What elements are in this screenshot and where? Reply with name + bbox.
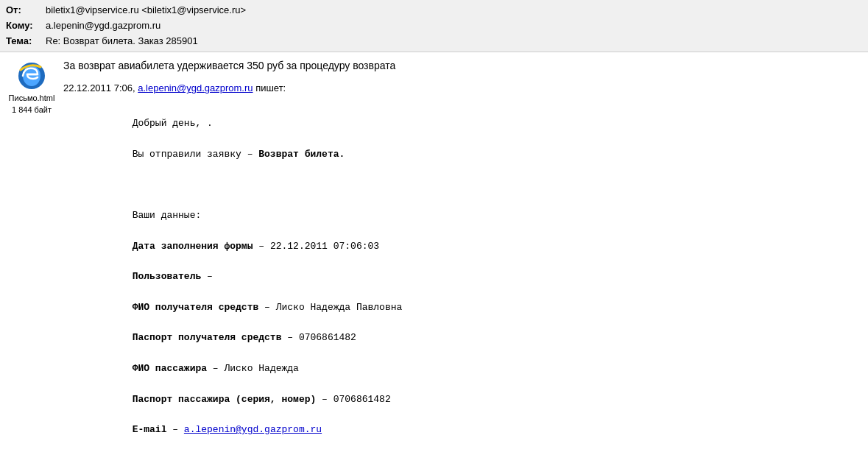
email-header: От: biletix1@vipservice.ru <biletix1@vip… bbox=[0, 0, 868, 52]
attachment-size: 1 844 байт bbox=[12, 105, 52, 114]
quoted-date-line: 22.12.2011 7:06, a.lepenin@ygd.gazprom.r… bbox=[63, 82, 862, 93]
from-value: biletix1@vipservice.ru <biletix1@vipserv… bbox=[46, 3, 246, 18]
email-label: E-mail bbox=[133, 424, 167, 435]
ie-icon bbox=[17, 61, 46, 91]
data-header: Ваши данные: bbox=[109, 210, 201, 221]
quoted-date-suffix: пишет: bbox=[255, 82, 286, 93]
date-value: 22.12.2011 07:06:03 bbox=[270, 241, 379, 252]
quoted-email-link[interactable]: a.lepenin@ygd.gazprom.ru bbox=[138, 82, 253, 93]
fio-receiver-value: Лиско Надежда Павловна bbox=[276, 302, 403, 313]
fio-passenger-row: ФИО пассажира – Лиско Надежда bbox=[109, 363, 298, 374]
fio-receiver-row: ФИО получателя средств – Лиско Надежда П… bbox=[109, 302, 402, 313]
subject-label: Тема: bbox=[6, 34, 43, 49]
user-label: Пользователь bbox=[133, 271, 202, 282]
passport-passenger-value: 0706861482 bbox=[334, 394, 391, 405]
application-value: Возврат билета. bbox=[258, 149, 345, 160]
from-label: От: bbox=[6, 3, 43, 18]
date-row: Дата заполнения формы – 22.12.2011 07:06… bbox=[109, 241, 379, 252]
main-notice: За возврат авиабилета удерживается 350 р… bbox=[63, 58, 862, 74]
application-line: Вы отправили заявку – Возврат билета. bbox=[109, 149, 345, 160]
greeting: Добрый день, . bbox=[109, 118, 212, 129]
subject-row: Тема: Re: Возврат билета. Заказ 285901 bbox=[6, 34, 862, 49]
email-body-wrapper: Письмо.html 1 844 байт За возврат авиаби… bbox=[0, 52, 868, 452]
email-link[interactable]: a.lepenin@ygd.gazprom.ru bbox=[184, 424, 322, 435]
attachment-filename[interactable]: Письмо.html bbox=[9, 93, 55, 102]
email-body-text: Добрый день, . Вы отправили заявку – Воз… bbox=[63, 101, 862, 452]
fio-receiver-label: ФИО получателя средств bbox=[133, 302, 259, 313]
user-row: Пользователь – bbox=[109, 271, 212, 282]
passport-passenger-row: Паспорт пассажира (серия, номер) – 07068… bbox=[109, 394, 390, 405]
passport-passenger-label: Паспорт пассажира (серия, номер) bbox=[133, 394, 317, 405]
quoted-date-prefix: 22.12.2011 7:06, bbox=[63, 82, 135, 93]
to-row: Кому: a.lepenin@ygd.gazprom.ru bbox=[6, 18, 862, 34]
attachment-area: Письмо.html 1 844 байт bbox=[6, 58, 57, 452]
date-label: Дата заполнения формы bbox=[133, 241, 253, 252]
fio-passenger-label: ФИО пассажира bbox=[133, 363, 207, 374]
fio-passenger-value: Лиско Надежда bbox=[224, 363, 298, 374]
subject-value: Re: Возврат билета. Заказ 285901 bbox=[46, 34, 198, 49]
email-content: За возврат авиабилета удерживается 350 р… bbox=[57, 58, 862, 452]
email-row: E-mail – a.lepenin@ygd.gazprom.ru bbox=[109, 424, 322, 435]
from-row: От: biletix1@vipservice.ru <biletix1@vip… bbox=[6, 3, 862, 18]
to-label: Кому: bbox=[6, 18, 43, 34]
passport-receiver-label: Паспорт получателя средств bbox=[133, 332, 282, 343]
to-value: a.lepenin@ygd.gazprom.ru bbox=[46, 18, 160, 34]
email-container: От: biletix1@vipservice.ru <biletix1@vip… bbox=[0, 0, 868, 452]
passport-receiver-value: 0706861482 bbox=[299, 332, 356, 343]
passport-receiver-row: Паспорт получателя средств – 0706861482 bbox=[109, 332, 356, 343]
